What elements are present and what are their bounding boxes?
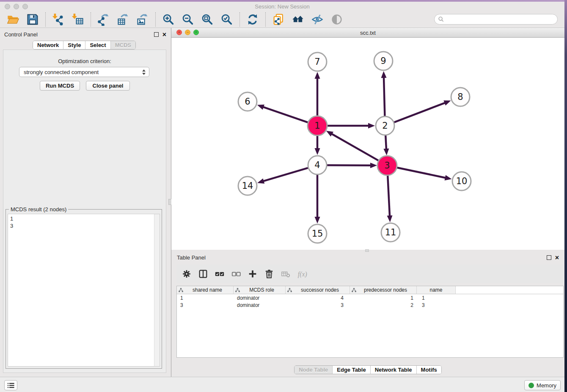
zoom-selected-icon[interactable] [220, 13, 233, 26]
table-cell[interactable]: 3 [177, 302, 234, 308]
result-scrollbar[interactable] [154, 214, 160, 366]
export-table-icon[interactable] [117, 13, 129, 26]
table-cell[interactable]: dominator [234, 295, 286, 301]
close-table-panel-icon[interactable]: × [555, 255, 559, 260]
main-toolbar [0, 11, 564, 28]
network-view-titlebar[interactable]: × − + scc.txt [171, 28, 564, 38]
table-cell[interactable]: dominator [234, 302, 286, 308]
task-history-button[interactable] [4, 380, 17, 390]
main-toolbar-groups [4, 12, 346, 27]
table-tabs: Node Table Edge Table Network Table Moti… [294, 365, 442, 374]
float-table-panel-icon[interactable] [547, 255, 551, 260]
memory-button[interactable]: Memory [524, 380, 561, 390]
edge-2-8[interactable] [394, 103, 445, 122]
export-network-icon[interactable] [97, 13, 110, 26]
table-cell[interactable]: 2 [350, 302, 417, 308]
delete-row-icon[interactable] [264, 269, 274, 279]
tab-mcds[interactable]: MCDS [110, 41, 135, 49]
search-box[interactable] [434, 14, 558, 25]
column-header-label: name [418, 287, 454, 293]
close-window-icon[interactable] [5, 4, 10, 9]
columns-icon[interactable] [198, 269, 208, 279]
table-panel-header: Table Panel × [171, 252, 564, 262]
tab-network-table[interactable]: Network Table [370, 366, 416, 374]
status-bar: Memory [0, 377, 564, 392]
window-title: Session: New Session [255, 3, 309, 10]
close-panel-button[interactable]: Close panel [86, 81, 130, 91]
column-header[interactable]: name [417, 286, 456, 294]
node-label: 7 [314, 57, 320, 67]
toolbar-group [97, 13, 149, 26]
table-cell[interactable]: 3 [286, 302, 350, 308]
column-header[interactable]: successor nodes [286, 286, 350, 294]
tab-edge-table[interactable]: Edge Table [332, 366, 370, 374]
close-network-icon[interactable]: × [176, 30, 182, 35]
add-row-icon[interactable] [248, 269, 258, 279]
edge-2-9[interactable] [384, 77, 385, 116]
home-icon[interactable] [292, 13, 304, 26]
table-cell[interactable]: 1 [177, 295, 234, 301]
edge-3-1[interactable] [331, 134, 379, 161]
tab-motifs[interactable]: Motifs [416, 366, 441, 374]
edge-2-3[interactable] [385, 135, 386, 149]
table-cell[interactable]: 3 [417, 302, 456, 308]
hierarchy-icon [352, 288, 356, 293]
search-input[interactable] [444, 16, 557, 22]
close-panel-icon[interactable]: × [162, 32, 166, 37]
zoom-network-icon[interactable]: + [193, 30, 199, 35]
run-mcds-button[interactable]: Run MCDS [40, 81, 80, 91]
column-header[interactable]: MCDS role [234, 286, 286, 294]
open-file-icon[interactable] [7, 13, 19, 26]
table-cell[interactable]: 1 [350, 295, 417, 301]
toolbar-separator [239, 12, 240, 27]
show-eye-icon[interactable] [330, 13, 343, 26]
table-cell[interactable]: 4 [286, 295, 350, 301]
deselect-all-icon[interactable] [231, 269, 241, 279]
node-table[interactable]: shared nameMCDS rolesuccessor nodesprede… [176, 286, 564, 358]
save-icon[interactable] [26, 13, 39, 26]
column-header[interactable]: predecessor nodes [350, 286, 417, 294]
criterion-dropdown[interactable]: strongly connected component [19, 67, 149, 77]
node-label: 6 [245, 97, 250, 107]
edge-4-3[interactable] [327, 165, 371, 166]
minimize-network-icon[interactable]: − [185, 30, 190, 35]
gear-icon[interactable] [182, 269, 192, 279]
table-row[interactable]: 1dominator411 [177, 294, 563, 301]
edge-3-10[interactable] [397, 168, 446, 178]
horizontal-splitter-handle[interactable] [365, 249, 369, 252]
minimize-window-icon[interactable] [14, 4, 19, 9]
edge-3-11[interactable] [388, 175, 390, 216]
network-window-traffic-lights[interactable]: × − + [176, 30, 199, 35]
window-traffic-lights[interactable] [5, 4, 28, 9]
function-icon: f(x) [297, 269, 307, 279]
edge-1-6[interactable] [263, 107, 308, 122]
float-panel-icon[interactable] [154, 32, 159, 37]
column-header-label: MCDS role [240, 287, 284, 293]
toolbar-group [162, 13, 233, 26]
mcds-result-title: MCDS result (2 nodes) [9, 206, 68, 213]
export-image-icon[interactable] [136, 13, 149, 26]
tab-select[interactable]: Select [85, 41, 110, 49]
import-table-icon[interactable] [72, 13, 84, 26]
tab-node-table[interactable]: Node Table [295, 366, 332, 374]
column-header[interactable]: shared name [177, 286, 234, 294]
node-label: 15 [312, 229, 323, 239]
toolbar-separator [265, 12, 266, 27]
zoom-window-icon[interactable] [22, 4, 28, 9]
tab-network[interactable]: Network [33, 41, 63, 49]
clone-network-icon[interactable] [272, 13, 285, 26]
network-canvas[interactable]: 7968124314101511 [171, 38, 564, 250]
import-network-icon[interactable] [52, 13, 65, 26]
edge-arrowhead [368, 123, 375, 129]
table-cell[interactable]: 1 [417, 295, 456, 301]
edge-4-14[interactable] [263, 168, 308, 182]
zoom-fit-icon[interactable] [201, 13, 214, 26]
refresh-icon[interactable] [246, 13, 259, 26]
zoom-out-icon[interactable] [182, 13, 194, 26]
hide-eye-icon[interactable] [311, 13, 324, 26]
mcds-result-list[interactable]: 1 3 [8, 214, 160, 367]
zoom-in-icon[interactable] [162, 13, 175, 26]
table-row[interactable]: 3dominator323 [177, 301, 563, 309]
select-all-icon[interactable] [215, 269, 225, 279]
tab-style[interactable]: Style [63, 41, 85, 49]
